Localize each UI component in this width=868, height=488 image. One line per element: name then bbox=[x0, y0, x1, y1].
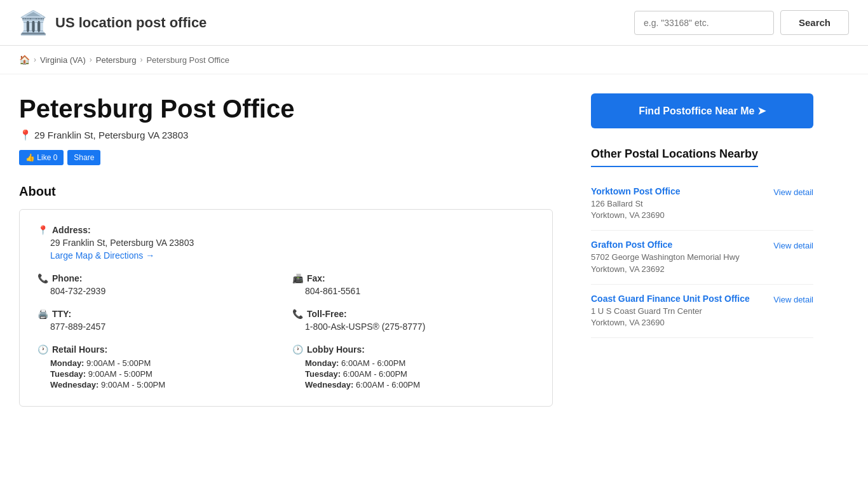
address-label-text: Address: bbox=[52, 225, 91, 235]
address-value: 29 Franklin St, Petersburg VA 23803 bbox=[50, 238, 534, 248]
tty-block: 🖨️ TTY: 877-889-2457 bbox=[37, 309, 280, 332]
nearby-item-grafton: Grafton Post Office 5702 George Washingt… bbox=[591, 231, 813, 284]
tollfree-icon: 📞 bbox=[292, 309, 303, 319]
pin-icon: 📍 bbox=[19, 129, 32, 141]
breadcrumb-state[interactable]: Virginia (VA) bbox=[40, 55, 86, 65]
page-address: 29 Franklin St, Petersburg VA 23803 bbox=[34, 130, 188, 140]
fb-like-button[interactable]: 👍 Like 0 bbox=[19, 150, 64, 165]
home-icon[interactable]: 🏠 bbox=[19, 55, 30, 65]
nearby-grafton-link[interactable]: Grafton Post Office bbox=[591, 240, 740, 250]
retail-hours-block: 🕐 Retail Hours: Monday: 9:00AM - 5:00PM … bbox=[37, 344, 280, 391]
logo-icon: 🏛️ bbox=[19, 11, 48, 34]
nearby-item-coastguard: Coast Guard Finance Unit Post Office 1 U… bbox=[591, 285, 813, 338]
address-icon: 📍 bbox=[37, 225, 48, 235]
tollfree-label: 📞 Toll-Free: bbox=[292, 309, 534, 319]
retail-wednesday: Wednesday: 9:00AM - 5:00PM bbox=[50, 380, 280, 390]
nearby-coastguard-addr: 1 U S Coast Guard Trn Center Yorktown, V… bbox=[591, 306, 750, 329]
address-section: 📍 Address: 29 Franklin St, Petersburg VA… bbox=[37, 225, 534, 261]
fax-block: 📠 Fax: 804-861-5561 bbox=[292, 273, 534, 296]
retail-hours-label: 🕐 Retail Hours: bbox=[37, 344, 280, 355]
phone-label-text: Phone: bbox=[52, 273, 82, 283]
tty-value: 877-889-2457 bbox=[50, 322, 280, 332]
nearby-coastguard-link[interactable]: Coast Guard Finance Unit Post Office bbox=[591, 294, 750, 304]
phone-value: 804-732-2939 bbox=[50, 286, 280, 296]
map-directions-link[interactable]: Large Map & Directions → bbox=[50, 250, 154, 261]
hours-row: 🕐 Retail Hours: Monday: 9:00AM - 5:00PM … bbox=[37, 344, 534, 391]
tty-label-text: TTY: bbox=[52, 309, 71, 319]
nearby-coastguard-view[interactable]: View detail bbox=[773, 295, 813, 304]
tty-tollfree-row: 🖨️ TTY: 877-889-2457 📞 Toll-Free: 1-800-… bbox=[37, 309, 534, 332]
breadcrumb: 🏠 › Virginia (VA) › Petersburg › Petersb… bbox=[0, 46, 868, 74]
find-postoffice-button[interactable]: Find Postoffice Near Me ➤ bbox=[591, 93, 813, 128]
page-title: Petersburg Post Office bbox=[19, 93, 553, 124]
tty-label: 🖨️ TTY: bbox=[37, 309, 280, 319]
tty-icon: 🖨️ bbox=[37, 309, 48, 319]
lobby-hours-label: 🕐 Lobby Hours: bbox=[292, 344, 534, 355]
retail-hours-label-text: Retail Hours: bbox=[52, 344, 107, 355]
lobby-monday: Monday: 6:00AM - 6:00PM bbox=[305, 358, 534, 368]
fax-value: 804-861-5561 bbox=[305, 286, 534, 296]
nearby-grafton-addr: 5702 George Washington Memorial Hwy York… bbox=[591, 252, 740, 274]
address-line: 📍 29 Franklin St, Petersburg VA 23803 bbox=[19, 129, 553, 141]
content-area: Petersburg Post Office 📍 29 Franklin St,… bbox=[19, 74, 578, 426]
breadcrumb-sep-3: › bbox=[140, 55, 142, 64]
lobby-tuesday: Tuesday: 6:00AM - 6:00PM bbox=[305, 369, 534, 379]
nearby-item-yorktown-info: Yorktown Post Office 126 Ballard St York… bbox=[591, 186, 681, 221]
tollfree-value: 1-800-Ask-USPS® (275-8777) bbox=[305, 322, 534, 332]
retail-tuesday: Tuesday: 9:00AM - 5:00PM bbox=[50, 369, 280, 379]
retail-clock-icon: 🕐 bbox=[37, 344, 48, 355]
lobby-hours-label-text: Lobby Hours: bbox=[307, 344, 365, 355]
fax-label: 📠 Fax: bbox=[292, 273, 534, 283]
retail-monday: Monday: 9:00AM - 5:00PM bbox=[50, 358, 280, 368]
main-layout: Petersburg Post Office 📍 29 Franklin St,… bbox=[0, 74, 868, 426]
phone-icon: 📞 bbox=[37, 273, 48, 283]
phone-label: 📞 Phone: bbox=[37, 273, 280, 283]
search-input[interactable] bbox=[634, 11, 774, 35]
nearby-yorktown-view[interactable]: View detail bbox=[773, 187, 813, 197]
nearby-yorktown-link[interactable]: Yorktown Post Office bbox=[591, 186, 681, 196]
breadcrumb-city[interactable]: Petersburg bbox=[96, 55, 137, 65]
phone-block: 📞 Phone: 804-732-2939 bbox=[37, 273, 280, 296]
phone-fax-row: 📞 Phone: 804-732-2939 📠 Fax: 804-861-556… bbox=[37, 273, 534, 296]
social-buttons: 👍 Like 0 Share bbox=[19, 150, 553, 165]
nearby-yorktown-addr: 126 Ballard St Yorktown, VA 23690 bbox=[591, 198, 681, 221]
address-label: 📍 Address: bbox=[37, 225, 534, 235]
nearby-grafton-view[interactable]: View detail bbox=[773, 241, 813, 250]
sidebar: Find Postoffice Near Me ➤ Other Postal L… bbox=[578, 74, 813, 426]
breadcrumb-sep-1: › bbox=[34, 55, 36, 64]
lobby-clock-icon: 🕐 bbox=[292, 344, 303, 355]
nearby-title: Other Postal Locations Nearby bbox=[591, 147, 813, 177]
search-button[interactable]: Search bbox=[780, 10, 849, 35]
nearby-item-coastguard-info: Coast Guard Finance Unit Post Office 1 U… bbox=[591, 294, 750, 329]
about-title: About bbox=[19, 184, 553, 199]
fax-label-text: Fax: bbox=[307, 273, 325, 283]
info-card: 📍 Address: 29 Franklin St, Petersburg VA… bbox=[19, 209, 553, 407]
tollfree-block: 📞 Toll-Free: 1-800-Ask-USPS® (275-8777) bbox=[292, 309, 534, 332]
header: 🏛️ US location post office Search bbox=[0, 0, 868, 46]
nearby-item-grafton-info: Grafton Post Office 5702 George Washingt… bbox=[591, 240, 740, 274]
breadcrumb-current: Petersburg Post Office bbox=[146, 55, 229, 65]
lobby-wednesday: Wednesday: 6:00AM - 6:00PM bbox=[305, 380, 534, 390]
site-title: US location post office bbox=[55, 15, 207, 31]
header-left: 🏛️ US location post office bbox=[19, 11, 207, 34]
breadcrumb-sep-2: › bbox=[90, 55, 92, 64]
lobby-hours-block: 🕐 Lobby Hours: Monday: 6:00AM - 6:00PM T… bbox=[292, 344, 534, 391]
nearby-item-yorktown: Yorktown Post Office 126 Ballard St York… bbox=[591, 177, 813, 231]
fax-icon: 📠 bbox=[292, 273, 303, 283]
tollfree-label-text: Toll-Free: bbox=[307, 309, 347, 319]
header-right: Search bbox=[634, 10, 849, 35]
fb-share-button[interactable]: Share bbox=[67, 150, 100, 165]
